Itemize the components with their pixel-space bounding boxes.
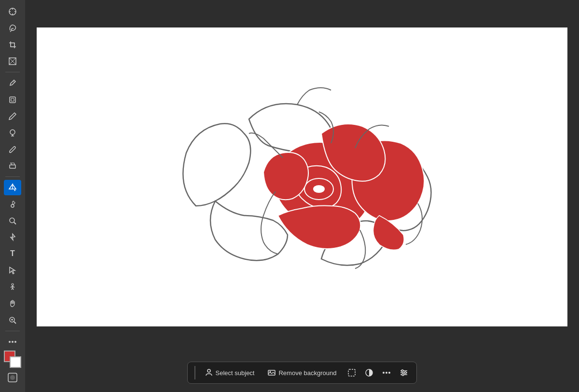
hand-tool-btn[interactable] [4, 296, 21, 311]
svg-point-32 [270, 371, 271, 373]
filter-options-btn[interactable] [396, 365, 412, 380]
svg-point-35 [383, 372, 385, 374]
canvas-area[interactable] [25, 0, 579, 353]
rose-illustration [138, 52, 466, 302]
pencil-tool-btn[interactable] [4, 108, 21, 124]
ellipsis-icon [382, 371, 391, 374]
more-options-float-btn[interactable] [379, 365, 394, 380]
svg-point-16 [10, 218, 14, 223]
separator-1 [5, 72, 20, 72]
eraser-tool-btn[interactable] [4, 158, 21, 174]
invert-icon [365, 368, 373, 377]
marquee-selection-icon [347, 368, 356, 377]
toolbar-divider-left [194, 366, 195, 379]
person-icon [205, 369, 213, 377]
contextual-toolbar: Select subject Remove background [187, 362, 417, 384]
select-subject-label: Select subject [216, 369, 255, 377]
main-area: Select subject Remove background [25, 0, 579, 392]
move-tool-btn[interactable] [4, 4, 21, 19]
svg-point-36 [386, 372, 387, 374]
separator-2 [5, 176, 20, 177]
svg-point-43 [402, 374, 404, 376]
svg-point-18 [12, 284, 14, 285]
svg-point-24 [12, 341, 14, 343]
puppet-warp-btn[interactable] [4, 279, 21, 295]
arrow-tool-btn[interactable] [4, 262, 21, 278]
more-options-btn[interactable] [4, 334, 21, 350]
svg-point-15 [11, 204, 14, 207]
zoom-tool-btn[interactable] [4, 312, 21, 327]
dropper-tool-btn[interactable] [4, 196, 21, 212]
svg-point-30 [207, 369, 210, 372]
svg-rect-12 [11, 98, 14, 101]
color-swatches [4, 351, 21, 388]
transform-tool-btn[interactable] [4, 54, 21, 69]
svg-rect-14 [10, 165, 15, 168]
left-toolbar: T [0, 0, 25, 392]
svg-point-23 [9, 341, 11, 343]
remove-background-label: Remove background [278, 369, 336, 377]
svg-line-20 [14, 322, 16, 324]
svg-point-29 [313, 185, 325, 193]
svg-line-5 [10, 30, 12, 32]
svg-point-27 [10, 375, 15, 380]
canvas-white [37, 27, 567, 326]
eyedropper-tool-btn[interactable] [4, 75, 21, 91]
invert-mask-btn[interactable] [361, 365, 377, 380]
crop-tool-btn[interactable] [4, 37, 21, 53]
swatch-container [4, 351, 21, 368]
remove-background-button[interactable]: Remove background [262, 366, 342, 379]
magnify-tool-btn[interactable] [4, 213, 21, 229]
brush-tool-btn[interactable] [4, 141, 21, 157]
svg-point-13 [10, 130, 15, 135]
svg-line-17 [14, 222, 16, 224]
svg-point-25 [14, 341, 16, 343]
pen-tool-btn[interactable] [4, 230, 21, 245]
fill-tool-btn[interactable] [4, 180, 21, 195]
svg-point-37 [388, 372, 390, 374]
svg-point-41 [401, 370, 403, 372]
bottom-bar: Select subject Remove background [25, 353, 579, 392]
svg-rect-6 [11, 43, 14, 47]
lasso-tool-btn[interactable] [4, 20, 21, 36]
background-color-swatch[interactable] [10, 356, 21, 368]
svg-rect-33 [348, 369, 355, 376]
select-subject-button[interactable]: Select subject [199, 366, 261, 379]
text-tool-btn[interactable]: T [4, 246, 21, 261]
image-icon [268, 369, 276, 377]
svg-point-42 [404, 372, 406, 374]
quick-mask-btn[interactable] [6, 371, 19, 384]
stamp-tool-btn[interactable] [4, 125, 21, 140]
svg-rect-11 [10, 97, 15, 103]
patch-tool-btn[interactable] [4, 92, 21, 107]
sliders-icon [400, 368, 408, 377]
selection-tool-icon-btn[interactable] [344, 365, 359, 380]
svg-line-10 [13, 81, 14, 82]
separator-3 [5, 331, 20, 331]
